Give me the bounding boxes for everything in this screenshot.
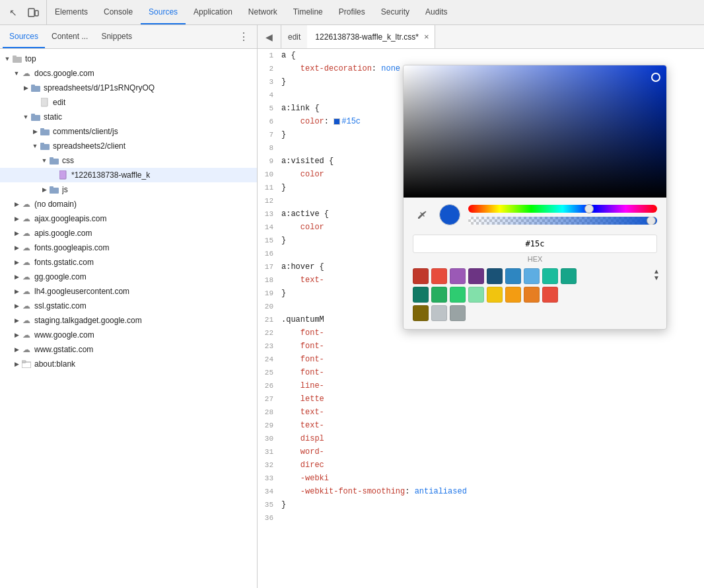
swatch-coral[interactable] [542,287,558,303]
swatch-purple[interactable] [450,268,466,284]
tree-item-lh4[interactable]: ▶ ☁ lh4.googleusercontent.com [0,284,257,299]
swatches-row-2 [413,287,657,303]
tree-item-gg[interactable]: ▶ ☁ gg.google.com [0,270,257,284]
right-panel: ◀ edit 1226138738-waffle_k_ltr.css* × 1 … [258,25,704,588]
arrow-ssl: ▶ [12,303,21,309]
swatch-palegreen[interactable] [468,287,484,303]
arrow-static: ▼ [21,114,30,120]
svg-rect-10 [40,128,44,130]
arrow-spreadsheets: ▶ [21,85,30,91]
swatch-darkpurple[interactable] [468,268,484,284]
swatches-row-3 [413,305,657,321]
hex-input[interactable] [413,235,657,253]
tree-item-spreadsheets2[interactable]: ▼ spreadsheets2/client [0,139,257,153]
tree-item-ssl[interactable]: ▶ ☁ ssl.gstatic.com [0,299,257,313]
swatch-darkteal[interactable] [413,287,429,303]
devtools-nav: ↖ Elements Console Sources Application N… [0,0,704,25]
tree-item-staging[interactable]: ▶ ☁ staging.talkgadget.google.com [0,313,257,328]
label-ssl: ssl.gstatic.com [34,301,87,311]
swatch-gray[interactable] [450,305,466,321]
swatch-darkblue[interactable] [487,268,503,284]
hue-slider[interactable] [468,205,657,213]
subtab-content[interactable]: Content ... [45,25,94,48]
swatch-lightblue[interactable] [524,268,540,284]
eyedropper-button[interactable] [413,205,431,224]
swatch-brown[interactable] [413,305,429,321]
label-about: about:blank [34,359,75,369]
color-gradient-area[interactable] [404,65,666,198]
svg-rect-3 [13,55,17,57]
tree-item-www-gstatic[interactable]: ▶ ☁ www.gstatic.com [0,342,257,357]
cursor-icon[interactable]: ↖ [5,5,21,20]
swatches-scroll-down[interactable]: ▼ [653,275,660,281]
swatches-row-1 [413,268,657,284]
tree-item-fontsapi[interactable]: ▶ ☁ fonts.googleapis.com [0,240,257,255]
swatch-pink[interactable] [431,268,447,284]
device-icon[interactable] [25,5,41,20]
tab-close-button[interactable]: × [424,32,429,42]
subtab-sources[interactable]: Sources [3,25,45,48]
tree-item-waffle[interactable]: *1226138738-waffle_k [0,168,257,182]
alpha-thumb[interactable] [647,217,656,225]
code-line-31: 31 word- [258,445,704,459]
label-fontsapi: fonts.googleapis.com [34,243,109,252]
back-nav-icon[interactable]: ◀ [258,25,281,48]
editor-label: edit [281,25,307,48]
arrow-fontsapi: ▶ [12,244,21,251]
tree-item-css[interactable]: ▼ css [0,153,257,168]
tab-sources[interactable]: Sources [141,0,186,24]
cloud-icon-ajax: ☁ [21,213,32,224]
swatch-lightgreen[interactable] [450,287,466,303]
swatch-yellow[interactable] [487,287,503,303]
subtab-more-button[interactable]: ⋮ [233,30,254,43]
label-spreadsheets2: spreadsheets2/client [53,141,125,151]
tree-item-edit[interactable]: edit [0,95,257,110]
tree-item-spreadsheets[interactable]: ▶ spreadsheets/d/1P1sRNQryOQ [0,81,257,95]
code-line-32: 32 direc [258,459,704,472]
swatch-lightgray[interactable] [431,305,447,321]
tree-item-top[interactable]: ▼ top [0,52,257,66]
alpha-slider[interactable] [468,217,657,225]
label-css: css [62,156,74,165]
color-swatch[interactable] [334,118,340,125]
cloud-icon-www-gstatic: ☁ [21,344,32,355]
editor-file-name: 1226138738-waffle_k_ltr.css* [315,32,419,42]
subtab-snippets[interactable]: Snippets [94,25,139,48]
swatch-cyan[interactable] [542,268,558,284]
editor-file-tab[interactable]: 1226138738-waffle_k_ltr.css* × [307,25,435,48]
tree-item-about[interactable]: ▶ about:blank [0,357,257,371]
swatch-darkorange[interactable] [524,287,540,303]
tab-application[interactable]: Application [186,0,240,24]
tree-item-fontsstatic[interactable]: ▶ ☁ fonts.gstatic.com [0,255,257,270]
gradient-cursor[interactable] [651,73,660,82]
tree-item-apis[interactable]: ▶ ☁ apis.google.com [0,226,257,240]
tree-item-www-google[interactable]: ▶ ☁ www.google.com [0,328,257,342]
swatch-green[interactable] [431,287,447,303]
tab-network[interactable]: Network [240,0,285,24]
swatch-red[interactable] [413,268,429,284]
tab-console[interactable]: Console [96,0,141,24]
swatch-teal[interactable] [561,268,577,284]
tab-elements[interactable]: Elements [47,0,96,24]
tab-profiles[interactable]: Profiles [331,0,373,24]
svg-rect-7 [31,115,40,121]
hue-thumb[interactable] [584,204,594,213]
tree-item-static[interactable]: ▼ static [0,110,257,124]
folder-icon-js [49,184,59,195]
tree-item-js[interactable]: ▶ js [0,182,257,197]
tree-item-nodomain[interactable]: ▶ ☁ (no domain) [0,197,257,211]
svg-rect-2 [13,57,22,63]
color-picker-popup: HEX [403,65,667,330]
main-area: Sources Content ... Snippets ⋮ ▼ top [0,25,704,588]
tree-item-docs[interactable]: ▼ ☁ docs.google.com [0,66,257,81]
tab-timeline[interactable]: Timeline [285,0,331,24]
code-line-26: 26 line- [258,379,704,392]
svg-rect-14 [50,157,53,159]
tree-item-comments[interactable]: ▶ comments/client/js [0,124,257,139]
tab-security[interactable]: Security [373,0,417,24]
swatch-blue[interactable] [505,268,521,284]
swatch-orange[interactable] [505,287,521,303]
sub-tabs-bar: Sources Content ... Snippets ⋮ [0,25,257,49]
tree-item-ajax[interactable]: ▶ ☁ ajax.googleapis.com [0,211,257,226]
tab-audits[interactable]: Audits [417,0,455,24]
